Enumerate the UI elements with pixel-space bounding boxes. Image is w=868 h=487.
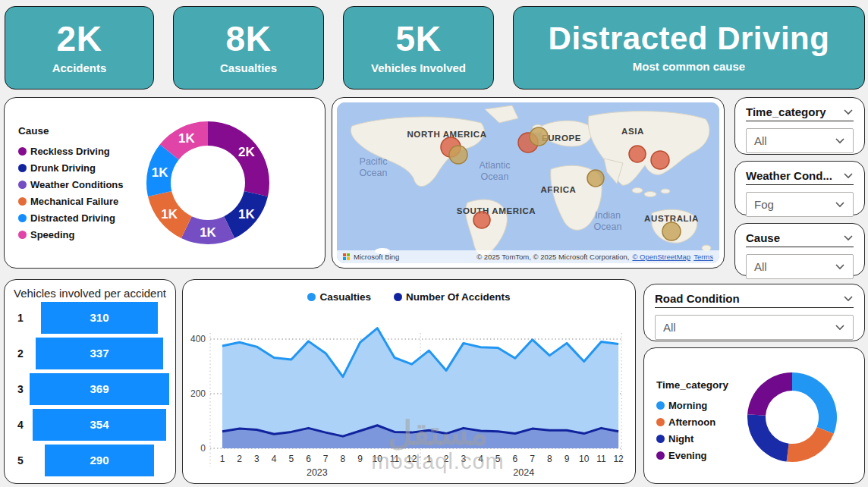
legend-label: Morning xyxy=(668,400,707,411)
kpi-value: 2K xyxy=(57,21,102,56)
svg-text:3: 3 xyxy=(254,454,259,464)
legend-item[interactable]: Evening xyxy=(656,447,728,463)
svg-text:6: 6 xyxy=(513,454,518,464)
legend-dot-icon xyxy=(18,147,27,156)
map-accident-marker[interactable] xyxy=(662,222,681,240)
funnel-bar[interactable]: 369 xyxy=(30,373,169,405)
legend-dot-icon xyxy=(656,401,665,410)
legend-dot-icon xyxy=(18,214,27,222)
road-condition-dropdown[interactable]: All xyxy=(655,315,854,340)
chevron-down-icon[interactable] xyxy=(843,234,854,241)
kpi-value: Distracted Driving xyxy=(549,23,830,55)
cause-legend-title: Cause xyxy=(18,125,124,137)
svg-text:4: 4 xyxy=(272,454,277,464)
chevron-down-icon xyxy=(835,201,845,208)
legend-item[interactable]: Night xyxy=(656,430,728,447)
legend-dot-icon xyxy=(656,451,665,460)
map-continent-label: AUSTRALIA xyxy=(644,214,699,223)
legend-dot-icon xyxy=(307,293,316,301)
kpi-card-casualties: 8K Casualties xyxy=(173,6,324,90)
funnel-bar[interactable]: 310 xyxy=(41,302,159,334)
microsoft-logo-icon xyxy=(343,253,350,260)
slicer-road-condition: Road Condition All xyxy=(643,284,865,341)
funnel-category-label: 2 xyxy=(14,338,27,369)
funnel-category-label: 5 xyxy=(14,445,27,476)
slicer-title: Cause xyxy=(746,231,780,244)
funnel-category-label: 1 xyxy=(14,302,27,334)
map-ocean-label: IndianOcean xyxy=(594,210,622,232)
legend-dot-icon xyxy=(18,164,27,172)
dropdown-value: All xyxy=(754,134,767,147)
svg-text:0: 0 xyxy=(200,443,206,454)
legend-label: Distracted Driving xyxy=(30,212,115,224)
legend-label: Weather Conditions xyxy=(30,179,124,190)
svg-text:2: 2 xyxy=(237,454,242,464)
legend-dot-icon xyxy=(394,293,402,301)
legend-item[interactable]: Morning xyxy=(656,397,728,413)
svg-text:8: 8 xyxy=(547,454,552,464)
legend-item[interactable]: Afternoon xyxy=(656,413,728,430)
legend-item[interactable]: Weather Conditions xyxy=(18,176,124,193)
svg-text:9: 9 xyxy=(565,454,570,464)
funnel-category-label: 3 xyxy=(14,373,27,405)
legend-item-accidents[interactable]: Number Of Accidents xyxy=(394,288,511,305)
time-donut-card: Time_category MorningAfternoonNightEveni… xyxy=(643,347,865,484)
svg-text:1: 1 xyxy=(220,454,225,464)
slicer-time-category: Time_category All xyxy=(734,97,865,155)
kpi-card-vehicles: 5K Vehicles Involved xyxy=(343,6,494,90)
svg-text:6: 6 xyxy=(306,454,311,464)
svg-text:2: 2 xyxy=(444,454,449,464)
funnel-category-label: 4 xyxy=(14,409,27,441)
funnel-bar[interactable]: 290 xyxy=(45,445,155,476)
funnel-bar[interactable]: 337 xyxy=(36,338,163,369)
chevron-down-icon[interactable] xyxy=(843,108,854,115)
svg-text:8: 8 xyxy=(341,454,346,464)
kpi-label: Casualties xyxy=(220,61,277,74)
cause-legend: Cause Reckless DrivingDrunk DrivingWeath… xyxy=(18,125,124,243)
svg-text:2K: 2K xyxy=(238,145,255,159)
funnel-bar[interactable]: 354 xyxy=(33,409,167,441)
world-map[interactable]: NORTH AMERICAEUROPEASIAAFRICASOUTH AMERI… xyxy=(337,102,719,263)
time-category-dropdown[interactable]: All xyxy=(746,128,854,153)
slicer-cause: Cause All xyxy=(734,223,865,276)
chevron-down-icon[interactable] xyxy=(843,295,854,302)
chevron-down-icon xyxy=(835,324,845,331)
bing-logo: Microsoft Bing xyxy=(343,253,399,261)
map-accident-marker[interactable] xyxy=(651,151,669,169)
map-attribution-bar: Microsoft Bing © 2025 TomTom, © 2025 Mic… xyxy=(337,250,719,263)
trend-area-chart[interactable]: 0200400123456789101112123456789101112202… xyxy=(183,280,635,482)
svg-text:1: 1 xyxy=(426,454,432,464)
map-ocean-label: PacificOcean xyxy=(360,156,388,178)
legend-item[interactable]: Distracted Driving xyxy=(18,209,124,226)
legend-item-casualties[interactable]: Casualties xyxy=(307,288,371,305)
svg-text:12: 12 xyxy=(613,454,624,464)
svg-text:1K: 1K xyxy=(152,165,168,180)
legend-item[interactable]: Speeding xyxy=(18,226,124,243)
svg-text:1K: 1K xyxy=(178,131,195,146)
svg-text:1K: 1K xyxy=(200,225,216,240)
map-accident-marker[interactable] xyxy=(449,146,467,164)
legend-item[interactable]: Mechanical Failure xyxy=(18,193,124,209)
weather-condition-dropdown[interactable]: Fog xyxy=(746,192,854,217)
area-chart-legend: Casualties Number Of Accidents xyxy=(183,288,635,305)
map-accident-marker[interactable] xyxy=(587,170,604,187)
dashboard-root: { "kpis": [ { "value": "2K", "label": "A… xyxy=(0,0,868,487)
dropdown-value: All xyxy=(754,260,767,273)
funnel-title: Vehicles involved per accident xyxy=(14,287,166,300)
map-accident-marker[interactable] xyxy=(473,212,490,228)
slicer-title: Weather Cond... xyxy=(746,169,832,182)
openstreetmap-link[interactable]: © OpenStreetMap xyxy=(632,253,690,261)
map-accident-marker[interactable] xyxy=(530,127,548,146)
slicer-weather-condition: Weather Cond... Fog xyxy=(734,161,865,215)
svg-text:5: 5 xyxy=(495,454,501,464)
legend-dot-icon xyxy=(656,418,665,426)
terms-link[interactable]: Terms xyxy=(693,253,713,261)
map-accident-marker[interactable] xyxy=(629,146,646,162)
cause-dropdown[interactable]: All xyxy=(746,254,854,279)
kpi-label: Most common cause xyxy=(633,60,745,73)
legend-item[interactable]: Reckless Driving xyxy=(18,143,124,159)
chevron-down-icon[interactable] xyxy=(843,172,854,179)
time-legend-title: Time_category xyxy=(656,379,728,391)
legend-item[interactable]: Drunk Driving xyxy=(18,159,124,176)
svg-text:2023: 2023 xyxy=(307,467,328,478)
